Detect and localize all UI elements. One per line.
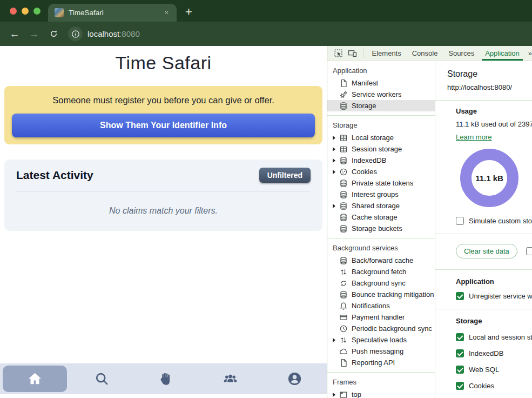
cloud-icon	[339, 347, 348, 356]
database-icon	[339, 202, 348, 210]
clear-site-data-button[interactable]: Clear site data	[456, 244, 517, 258]
nav-contacts-button[interactable]	[198, 363, 262, 394]
cookies-row: Cookies	[456, 382, 532, 390]
tab-close-icon[interactable]	[161, 8, 171, 18]
nav-projects-button[interactable]	[134, 363, 198, 394]
web-sql-row: Web SQL	[456, 366, 532, 374]
unregister-sw-row: Unregister service wor	[456, 292, 532, 300]
tree-item-storage[interactable]: Storage	[327, 100, 435, 111]
tree-item-manifest[interactable]: Manifest	[327, 77, 435, 89]
include-cookies-row: in	[526, 247, 532, 255]
tab-sources[interactable]: Sources	[443, 46, 480, 61]
sidebar-section-application: Application Manifest Service workers Sto…	[327, 61, 435, 116]
tree-item-reporting-api[interactable]: Reporting API	[327, 357, 435, 368]
browser-tab[interactable]: TimeSafari	[48, 4, 177, 22]
disclosure-triangle-icon[interactable]	[333, 158, 339, 163]
tree-item-payment-handler[interactable]: Payment handler	[327, 311, 435, 323]
tree-item-background-fetch[interactable]: Background fetch	[327, 266, 435, 277]
more-tabs-chevron-icon[interactable]: »	[525, 49, 532, 57]
nav-home-button[interactable]	[3, 366, 67, 392]
registration-alert: Someone must register you before you can…	[4, 86, 322, 144]
device-toolbar-icon[interactable]	[346, 47, 360, 60]
tree-item-notifications[interactable]: Notifications	[327, 300, 435, 311]
cookies-checkbox[interactable]	[456, 382, 464, 390]
tree-item-speculative-loads[interactable]: Speculative loads	[327, 334, 435, 346]
site-info-icon[interactable]	[68, 26, 83, 41]
inspect-element-icon[interactable]	[332, 47, 346, 60]
tree-item-session-storage[interactable]: Session storage	[327, 143, 435, 155]
disclosure-triangle-icon[interactable]	[333, 170, 339, 174]
simulate-quota-row: Simulate custom stora	[456, 217, 532, 225]
disclosure-triangle-icon[interactable]	[333, 136, 339, 140]
activity-heading: Latest Activity	[16, 169, 93, 182]
tree-item-push-messaging[interactable]: Push messaging	[327, 346, 435, 357]
tree-item-cache-storage[interactable]: Cache storage	[327, 211, 435, 223]
unregister-sw-checkbox[interactable]	[456, 292, 464, 300]
tree-item-indexeddb[interactable]: IndexedDB	[327, 155, 435, 166]
local-session-storage-checkbox[interactable]	[456, 333, 464, 341]
database-icon	[339, 213, 348, 222]
tree-item-top-frame[interactable]: top	[327, 389, 435, 398]
tab-console[interactable]: Console	[407, 46, 443, 61]
page-title: Time Safari	[0, 52, 327, 74]
tab-application[interactable]: Application	[480, 46, 525, 61]
window-controls	[0, 0, 48, 22]
tree-item-interest-groups[interactable]: Interest groups	[327, 189, 435, 200]
new-tab-button[interactable]: +	[177, 4, 192, 22]
alert-message: Someone must register you before you can…	[12, 95, 315, 105]
tree-item-back-forward-cache[interactable]: Back/forward cache	[327, 255, 435, 266]
section-title: Storage	[327, 121, 435, 132]
database-icon	[339, 256, 348, 265]
disclosure-triangle-icon[interactable]	[333, 338, 339, 342]
tree-item-bounce-tracking-mitigations[interactable]: Bounce tracking mitigation	[327, 289, 435, 300]
disclosure-triangle-icon[interactable]	[333, 204, 339, 208]
database-icon	[339, 156, 348, 165]
devtools-sidebar: Application Manifest Service workers Sto…	[327, 61, 435, 398]
url-bar[interactable]: localhost:8080	[68, 26, 140, 41]
toolbar-divider	[363, 49, 363, 58]
disclosure-triangle-icon[interactable]	[333, 147, 339, 151]
url-host: localhost	[87, 29, 119, 38]
zoom-window-button[interactable]	[33, 8, 41, 15]
tree-item-private-state-tokens[interactable]: Private state tokens	[327, 177, 435, 189]
activity-divider	[16, 191, 311, 191]
reload-button[interactable]	[45, 26, 62, 42]
tree-item-background-sync[interactable]: Background sync	[327, 277, 435, 289]
bell-icon	[339, 302, 348, 310]
tree-item-local-storage[interactable]: Local storage	[327, 132, 435, 143]
usage-heading: Usage	[456, 107, 532, 115]
simulate-quota-checkbox[interactable]	[456, 217, 464, 225]
card-icon	[339, 313, 348, 322]
learn-more-link[interactable]: Learn more	[456, 133, 491, 141]
tab-title: TimeSafari	[69, 9, 161, 17]
back-button[interactable]: ←	[6, 26, 23, 42]
tree-item-cookies[interactable]: Cookies	[327, 166, 435, 177]
sync-icon	[339, 279, 348, 288]
minimize-window-button[interactable]	[22, 8, 29, 15]
nav-profile-button[interactable]	[262, 363, 327, 394]
forward-button[interactable]: →	[26, 26, 42, 42]
tab-favicon	[55, 8, 64, 17]
tree-item-shared-storage[interactable]: Shared storage	[327, 200, 435, 211]
database-icon	[339, 102, 348, 110]
page-content: Time Safari Someone must register you be…	[0, 46, 327, 398]
disclosure-triangle-icon[interactable]	[333, 393, 339, 397]
local-session-storage-row: Local and session stora	[456, 333, 532, 341]
indexeddb-checkbox[interactable]	[456, 349, 464, 357]
tree-item-storage-buckets[interactable]: Storage buckets	[327, 223, 435, 234]
tree-item-service-workers[interactable]: Service workers	[327, 89, 435, 100]
storage-detail-panel: Storage http://localhost:8080/ Usage 11.…	[435, 61, 532, 398]
sidebar-section-frames: Frames top	[327, 373, 435, 398]
tree-item-periodic-background-sync[interactable]: Periodic background sync	[327, 323, 435, 334]
nav-search-button[interactable]	[70, 363, 134, 394]
include-cookies-checkbox[interactable]	[526, 247, 532, 255]
storage-checklist-section: Storage Local and session stora IndexedD…	[435, 309, 532, 398]
unfiltered-button[interactable]: Unfiltered	[259, 168, 311, 183]
file-icon	[339, 79, 348, 88]
indexeddb-row: IndexedDB	[456, 349, 532, 357]
latest-activity-card: Latest Activity Unfiltered No claims mat…	[4, 160, 322, 231]
tab-elements[interactable]: Elements	[367, 46, 407, 61]
close-window-button[interactable]	[10, 8, 17, 15]
web-sql-checkbox[interactable]	[456, 366, 464, 374]
show-identifier-button[interactable]: Show Them Your Identifier Info	[12, 114, 315, 137]
